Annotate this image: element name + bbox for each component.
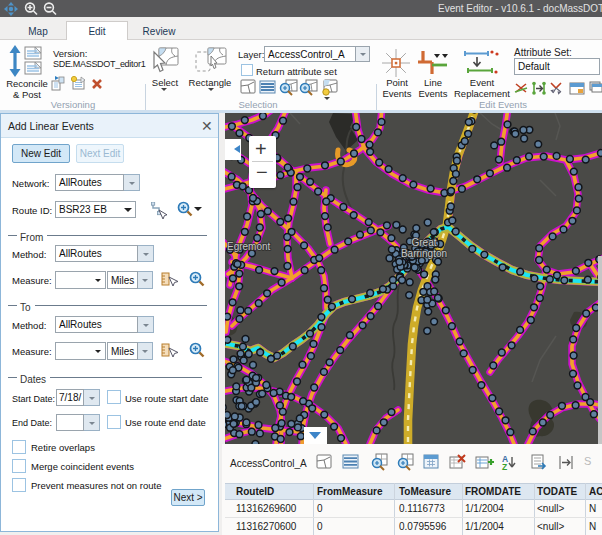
svg-text:Z: Z bbox=[502, 462, 507, 471]
svg-text:S: S bbox=[584, 455, 591, 467]
svg-text:Egremont: Egremont bbox=[227, 241, 271, 252]
svg-text:Barrington: Barrington bbox=[401, 248, 447, 259]
svg-text:Great: Great bbox=[411, 237, 436, 248]
